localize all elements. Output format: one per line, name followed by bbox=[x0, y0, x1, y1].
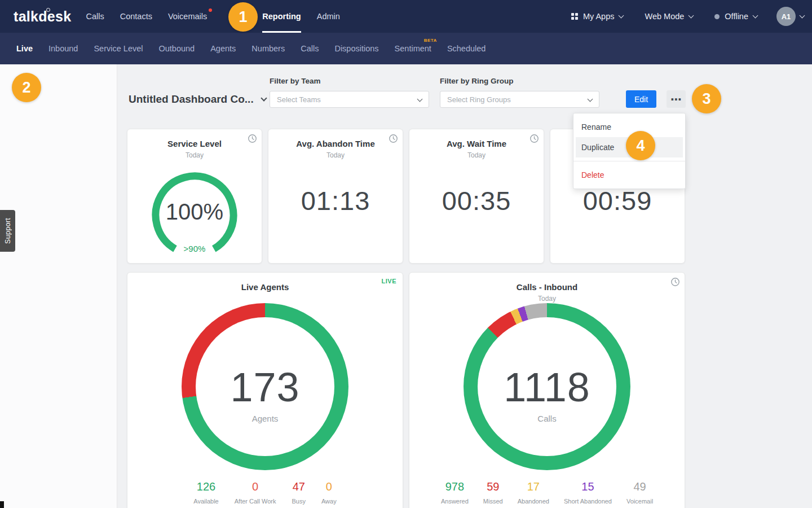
chevron-down-icon bbox=[619, 12, 624, 18]
annotation-step-1: 1 bbox=[228, 2, 258, 32]
support-tab[interactable]: Support bbox=[0, 210, 15, 252]
top-nav: talkdesk CallsContactsVoicemailsReportin… bbox=[0, 0, 812, 33]
card-title: Service Level bbox=[127, 139, 262, 148]
calls-legend: 978Answered59Missed17Abandoned15Short Ab… bbox=[418, 480, 676, 505]
legend-item-short-abandoned: 15Short Abandoned bbox=[564, 480, 612, 505]
tab-inbound[interactable]: Inbound bbox=[48, 33, 78, 64]
metric-value: 00:59 bbox=[550, 185, 685, 216]
edit-button[interactable]: Edit bbox=[626, 90, 656, 108]
legend-item-answered: 978Answered bbox=[441, 480, 469, 505]
legend-label: Abandoned bbox=[518, 498, 549, 505]
ring-group-filter-select[interactable]: Select Ring Groups bbox=[440, 91, 599, 108]
live-agents-donut-chart: 173 Agents bbox=[182, 303, 348, 470]
nav-item-calls[interactable]: Calls bbox=[86, 0, 104, 33]
annotation-step-4: 4 bbox=[626, 131, 655, 160]
legend-value: 49 bbox=[626, 480, 653, 493]
menu-separator bbox=[573, 161, 685, 161]
tab-dispositions[interactable]: Dispositions bbox=[334, 33, 378, 64]
legend-label: Busy bbox=[292, 498, 306, 505]
logo-text: talkdesk bbox=[14, 8, 71, 24]
nav-item-reporting[interactable]: Reporting bbox=[262, 0, 301, 33]
team-filter-label: Filter by Team bbox=[270, 77, 429, 85]
nav-item-admin[interactable]: Admin bbox=[317, 0, 340, 33]
card-subtitle: Today bbox=[268, 151, 403, 159]
live-agents-card: LIVE Live Agents 173 Agents 126Available… bbox=[127, 272, 403, 508]
chevron-down-icon bbox=[261, 95, 267, 101]
legend-label: Missed bbox=[483, 498, 503, 505]
tab-outbound[interactable]: Outbound bbox=[158, 33, 195, 64]
tab-sentiment[interactable]: SentimentBETA bbox=[395, 33, 431, 64]
top-nav-right: My Apps Web Mode Offline A1 bbox=[550, 7, 804, 26]
left-rail bbox=[0, 64, 117, 508]
menu-item-rename[interactable]: Rename bbox=[573, 117, 685, 137]
chevron-down-icon bbox=[417, 96, 423, 102]
more-options-button[interactable]: ⋯ bbox=[667, 90, 686, 108]
legend-item-busy: 47Busy bbox=[292, 480, 306, 505]
team-filter-group: Filter by Team Select Teams bbox=[270, 77, 429, 108]
legend-item-after-call-work: 0After Call Work bbox=[235, 480, 276, 505]
chevron-down-icon bbox=[689, 12, 694, 18]
dashboard-title-dropdown[interactable]: Untitled Dashboard Co... bbox=[129, 93, 266, 106]
legend-value: 47 bbox=[292, 480, 306, 493]
legend-value: 978 bbox=[441, 480, 469, 493]
legend-value: 59 bbox=[483, 480, 503, 493]
apps-grid-icon bbox=[571, 13, 578, 20]
avg-wait-time-card: Avg. Wait Time Today 00:35 bbox=[409, 129, 544, 264]
live-badge: LIVE bbox=[382, 278, 396, 284]
legend-value: 0 bbox=[235, 480, 276, 493]
tab-numbers[interactable]: Numbers bbox=[251, 33, 285, 64]
nav-item-label: Reporting bbox=[262, 12, 301, 21]
notification-dot-icon bbox=[209, 8, 212, 12]
tab-label: Numbers bbox=[251, 44, 285, 53]
legend-item-missed: 59Missed bbox=[483, 480, 503, 505]
tab-service-level[interactable]: Service Level bbox=[94, 33, 143, 64]
nav-item-voicemails[interactable]: Voicemails bbox=[168, 0, 207, 33]
team-filter-select[interactable]: Select Teams bbox=[270, 91, 429, 108]
my-apps-label: My Apps bbox=[583, 12, 615, 21]
tab-live[interactable]: Live bbox=[16, 33, 33, 64]
tab-label: Inbound bbox=[48, 44, 78, 53]
agents-total: 173 bbox=[182, 364, 348, 410]
talkdesk-logo[interactable]: talkdesk bbox=[14, 10, 71, 24]
chevron-down-icon bbox=[588, 96, 593, 102]
offline-dot-icon bbox=[714, 14, 720, 19]
legend-label: After Call Work bbox=[235, 498, 276, 505]
menu-item-delete[interactable]: Delete bbox=[573, 165, 685, 185]
tab-label: Scheduled bbox=[447, 44, 486, 53]
status-menu[interactable]: Offline bbox=[714, 12, 757, 21]
status-label: Offline bbox=[725, 12, 748, 21]
card-subtitle: Today bbox=[409, 151, 544, 159]
service-level-card: Service Level Today 100% >90% bbox=[127, 129, 262, 264]
service-level-threshold: >90% bbox=[127, 244, 262, 253]
primary-nav: CallsContactsVoicemailsReportingAdmin bbox=[78, 0, 347, 33]
user-avatar[interactable]: A1 bbox=[776, 7, 796, 26]
web-mode-menu[interactable]: Web Mode bbox=[645, 12, 693, 21]
legend-label: Voicemail bbox=[626, 498, 653, 505]
legend-item-abandoned: 17Abandoned bbox=[518, 480, 549, 505]
legend-item-available: 126Available bbox=[193, 480, 218, 505]
legend-label: Available bbox=[193, 498, 218, 505]
tab-agents[interactable]: Agents bbox=[210, 33, 236, 64]
legend-item-voicemail: 49Voicemail bbox=[626, 480, 653, 505]
tab-label: Service Level bbox=[94, 44, 143, 53]
tab-calls[interactable]: Calls bbox=[301, 33, 319, 64]
tab-label: Sentiment bbox=[395, 44, 431, 53]
nav-item-label: Voicemails bbox=[168, 12, 207, 21]
legend-value: 126 bbox=[193, 480, 218, 493]
my-apps-menu[interactable]: My Apps bbox=[571, 12, 624, 21]
tab-scheduled[interactable]: Scheduled bbox=[447, 33, 486, 64]
web-mode-label: Web Mode bbox=[645, 12, 684, 21]
tab-label: Outbound bbox=[158, 44, 195, 53]
chevron-down-icon[interactable] bbox=[800, 12, 805, 18]
nav-item-label: Admin bbox=[317, 12, 340, 21]
card-title: Live Agents bbox=[127, 282, 403, 292]
clock-icon bbox=[389, 134, 398, 146]
card-title: Avg. Abandon Time bbox=[268, 139, 403, 148]
agents-total-label: Agents bbox=[182, 414, 348, 423]
annotation-step-3: 3 bbox=[692, 84, 721, 113]
card-title: Avg. Wait Time bbox=[409, 139, 544, 148]
team-filter-placeholder: Select Teams bbox=[277, 95, 321, 104]
card-title: Calls - Inbound bbox=[409, 282, 685, 292]
nav-item-contacts[interactable]: Contacts bbox=[120, 0, 152, 33]
clock-icon bbox=[248, 134, 257, 146]
